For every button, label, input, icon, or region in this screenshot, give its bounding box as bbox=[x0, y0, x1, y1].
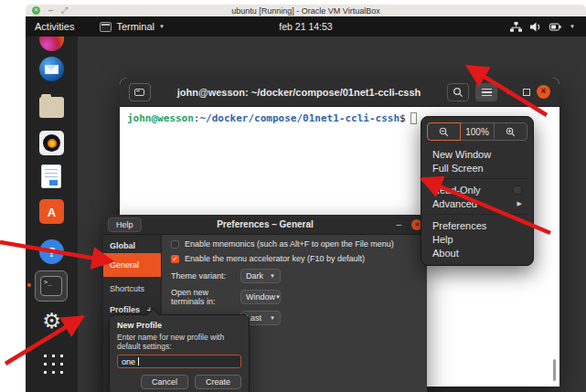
app-grid-icon[interactable] bbox=[40, 351, 63, 374]
battery-icon bbox=[549, 22, 561, 32]
virtualbox-titlebar: × – ⤢ ubuntu [Running] - Oracle VM Virtu… bbox=[26, 5, 586, 16]
new-profile-title: New Profile bbox=[117, 321, 241, 330]
system-status-area[interactable]: ▼ bbox=[510, 22, 575, 32]
chevron-down-icon: ▼ bbox=[270, 273, 275, 279]
chevron-down-icon: ▼ bbox=[275, 294, 281, 300]
desktop: A ? >_ ⚙ john@wesson: ~/docker/compose/0… bbox=[26, 37, 586, 392]
sidebar-section-global: Global bbox=[103, 238, 161, 253]
terminal-cursor bbox=[410, 112, 417, 124]
menu-item-advanced[interactable]: Advanced ▶ bbox=[427, 196, 527, 210]
profiles-label: Profiles bbox=[110, 305, 140, 314]
menu-item-label: New Window bbox=[432, 149, 491, 160]
open-terminals-label: Open new terminals in: bbox=[171, 288, 240, 306]
open-terminals-dropdown[interactable]: Window ▼ bbox=[240, 290, 281, 304]
zoom-controls: 100% bbox=[427, 122, 527, 141]
chevron-down-icon: ▼ bbox=[570, 24, 575, 29]
chevron-right-icon: ▶ bbox=[517, 200, 522, 207]
zoom-in-icon bbox=[506, 127, 516, 137]
open-terminals-value: Window bbox=[246, 292, 275, 302]
libreoffice-writer-icon[interactable] bbox=[41, 164, 61, 188]
rhythmbox-icon[interactable] bbox=[39, 131, 64, 155]
vbox-resize-icon[interactable]: ⤢ bbox=[61, 6, 68, 15]
menu-item-label: Help bbox=[432, 234, 453, 245]
menu-separator bbox=[427, 178, 527, 179]
terminal-glyph-icon: >_ bbox=[40, 276, 62, 296]
accelerator-checkbox[interactable]: ✓ bbox=[171, 255, 179, 263]
text-caret bbox=[138, 357, 139, 366]
thunderbird-icon[interactable] bbox=[39, 57, 64, 81]
dock: A ? >_ ⚙ bbox=[26, 37, 78, 392]
vbox-minimize-icon[interactable]: – bbox=[48, 6, 53, 15]
virtualbox-window-controls: × – ⤢ bbox=[32, 6, 68, 15]
preferences-title: Preferences – General bbox=[103, 219, 427, 229]
menu-item-help[interactable]: Help bbox=[427, 232, 527, 246]
mnemonics-checkbox[interactable] bbox=[171, 240, 179, 249]
accelerator-label: Enable the menu accelerator key (F10 by … bbox=[185, 254, 365, 263]
help-button[interactable]: Help bbox=[108, 217, 142, 232]
prompt-user: john@wesson bbox=[127, 112, 194, 124]
terminal-window-title: john@wesson: ~/docker/compose/01net1-ccl… bbox=[157, 87, 441, 98]
settings-gear-icon[interactable]: ⚙ bbox=[39, 309, 64, 334]
read-only-checkbox[interactable] bbox=[513, 185, 522, 195]
running-indicator-dot bbox=[27, 283, 31, 287]
new-profile-prompt: Enter name for new profile with default … bbox=[117, 333, 241, 351]
prompt-path: ~/docker/compose/01net1-ccli-cssh bbox=[199, 112, 400, 124]
screenshot-frame: × – ⤢ ubuntu [Running] - Oracle VM Virtu… bbox=[0, 0, 586, 392]
files-icon[interactable] bbox=[39, 97, 64, 118]
terminal-dock-icon[interactable]: >_ bbox=[35, 270, 68, 302]
new-tab-icon bbox=[134, 89, 144, 96]
zoom-out-icon bbox=[439, 127, 449, 137]
volume-icon bbox=[530, 22, 541, 32]
menu-item-label: About bbox=[432, 248, 459, 259]
hamburger-menu-button[interactable] bbox=[475, 83, 497, 101]
sidebar-item-shortcuts[interactable]: Shortcuts bbox=[103, 277, 161, 301]
hamburger-icon bbox=[482, 89, 492, 96]
vbox-window-title: ubuntu [Running] - Oracle VM VirtualBox bbox=[26, 6, 586, 16]
menu-separator bbox=[427, 214, 527, 215]
gnome-top-panel: Activities Terminal ▼ feb 21 14:53 ▼ bbox=[26, 16, 586, 37]
profile-name-input[interactable] bbox=[117, 355, 241, 368]
firefox-icon[interactable] bbox=[39, 37, 64, 51]
menu-item-full-screen[interactable]: Full Screen bbox=[427, 161, 527, 175]
terminal-headerbar: john@wesson: ~/docker/compose/01net1-ccl… bbox=[120, 78, 559, 107]
mnemonics-label: Enable mnemonics (such as Alt+F to open … bbox=[185, 239, 394, 249]
chevron-down-icon: ▼ bbox=[270, 315, 275, 321]
menu-item-label: Advanced bbox=[432, 198, 477, 209]
theme-variant-label: Theme variant: bbox=[171, 271, 240, 281]
cancel-button[interactable]: Cancel bbox=[141, 375, 188, 389]
vbox-close-icon[interactable]: × bbox=[32, 6, 40, 15]
zoom-out-button[interactable] bbox=[427, 122, 461, 141]
preferences-headerbar: Help Preferences – General – × bbox=[103, 215, 427, 235]
maximize-button[interactable] bbox=[523, 89, 530, 96]
search-icon bbox=[453, 87, 463, 98]
clock[interactable]: feb 21 14:53 bbox=[26, 21, 586, 32]
menu-item-read-only[interactable]: Read-Only bbox=[427, 183, 527, 196]
close-button[interactable]: × bbox=[537, 85, 550, 99]
network-icon bbox=[510, 22, 522, 32]
sidebar-item-general[interactable]: General bbox=[103, 253, 161, 277]
help-icon[interactable]: ? bbox=[39, 239, 64, 264]
terminal-scrollbar[interactable] bbox=[553, 359, 557, 381]
theme-variant-value: Dark bbox=[246, 271, 263, 281]
menu-item-label: Read-Only bbox=[432, 185, 481, 196]
hamburger-menu-popover: 100% New Window Full Screen Read-Only bbox=[421, 116, 534, 266]
search-button[interactable] bbox=[447, 83, 469, 101]
create-button[interactable]: Create bbox=[195, 375, 241, 389]
ubuntu-software-icon[interactable]: A bbox=[39, 199, 64, 224]
prompt-symbol: $ bbox=[400, 112, 406, 124]
menu-item-new-window[interactable]: New Window bbox=[427, 147, 527, 161]
menu-item-preferences[interactable]: Preferences bbox=[427, 218, 527, 232]
zoom-in-button[interactable] bbox=[494, 122, 527, 141]
minimize-button[interactable]: – bbox=[396, 219, 401, 229]
menu-item-label: Preferences bbox=[432, 220, 486, 231]
new-tab-button[interactable] bbox=[129, 83, 151, 101]
menu-item-about[interactable]: About bbox=[427, 246, 527, 260]
zoom-level[interactable]: 100% bbox=[461, 122, 493, 141]
minimize-button[interactable]: – bbox=[504, 84, 517, 101]
new-profile-popover: New Profile Enter name for new profile w… bbox=[109, 314, 250, 392]
menu-item-label: Full Screen bbox=[432, 163, 484, 174]
theme-variant-dropdown[interactable]: Dark ▼ bbox=[240, 269, 281, 283]
